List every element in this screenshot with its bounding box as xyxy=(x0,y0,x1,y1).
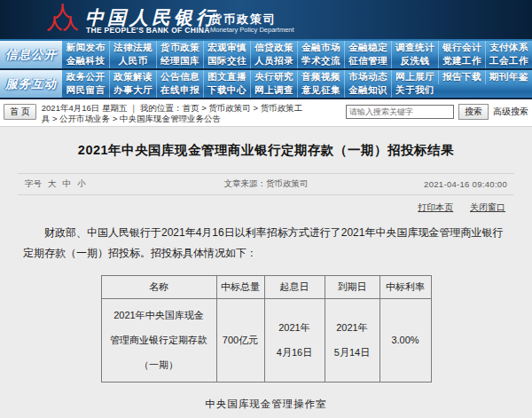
cell-amount: 700亿元 xyxy=(216,298,264,382)
nav-item[interactable]: 期刊年鉴 xyxy=(485,70,532,84)
nav-item[interactable]: 意见征集 xyxy=(297,84,344,99)
search-box: 搜索 高级搜索 xyxy=(346,102,528,120)
nav-item[interactable]: 信贷政策 xyxy=(250,41,297,55)
breadcrumb: 2021年4月16日 星期五 ｜ 我的位置：首页 > 货币政策司 > 货币政策工… xyxy=(42,102,308,124)
nav-item[interactable]: 金融市场 xyxy=(297,41,344,55)
col-header-end: 到期日 xyxy=(325,275,379,298)
advanced-search-link[interactable]: 高级搜索 xyxy=(493,106,528,118)
department-name-en: Monetary Policy Department xyxy=(210,26,294,34)
cell-name: 2021年中央国库现金 管理商业银行定期存款 （一期） xyxy=(101,298,216,382)
font-size-control: 字号 大 中 小 xyxy=(25,178,167,190)
nav-item[interactable]: 央行研究 xyxy=(250,70,297,84)
nav-item[interactable]: 图文直播 xyxy=(203,70,250,84)
article-datetime: 2021-04-16 09:40:00 xyxy=(365,179,507,189)
nav-row: 金融科技人民币经理国库国际交往人员招录学术交流征信管理反洗钱党建工作工会工作 xyxy=(62,55,532,69)
nav-item[interactable]: 办事大厅 xyxy=(109,84,156,99)
font-size-medium[interactable]: 中 xyxy=(63,178,72,190)
nav-item[interactable]: 在线申报 xyxy=(156,84,203,99)
nav-item[interactable]: 工会工作 xyxy=(485,55,532,69)
nav-row: 新闻发布法律法规货币政策宏观审慎信贷政策金融市场金融稳定调查统计银行会计支付体系 xyxy=(62,41,532,55)
article-body: 财政部、中国人民银行于2021年4月16日以利率招标方式进行了2021年中央国库… xyxy=(23,223,509,264)
nav-item[interactable]: 法律法规 xyxy=(109,41,156,55)
nav-item[interactable]: 征信管理 xyxy=(344,55,391,69)
article-content: 2021年中央国库现金管理商业银行定期存款（一期）招投标结果 字号 大 中 小 … xyxy=(0,127,532,418)
site-header: 人 人 人 中国人民银行 THE PEOPLE'S BANK OF CHINA … xyxy=(0,0,532,41)
nav-section-label[interactable]: 信息公开 xyxy=(0,41,62,68)
nav-item[interactable]: 金融科技 xyxy=(62,55,109,69)
nav-section: 信息公开新闻发布法律法规货币政策宏观审慎信贷政策金融市场金融稳定调查统计银行会计… xyxy=(0,41,532,70)
cell-end: 2021年 5月14日 xyxy=(325,298,379,382)
nav-rows: 政务公开政策解读公告信息图文直播央行研究音频视频市场动态网上展厅报告下载期刊年鉴… xyxy=(62,70,532,98)
pbc-emblem-icon: 人 人 人 xyxy=(46,4,80,37)
main-nav: 信息公开新闻发布法律法规货币政策宏观审慎信贷政策金融市场金融稳定调查统计银行会计… xyxy=(0,41,532,99)
nav-section-label[interactable]: 服务互动 xyxy=(0,70,62,98)
nav-item[interactable]: 经理国库 xyxy=(156,55,203,69)
nav-item[interactable]: 下载中心 xyxy=(203,84,250,99)
search-button[interactable]: 搜索 xyxy=(458,104,489,120)
nav-item[interactable]: 网上调查 xyxy=(250,84,297,99)
nav-item[interactable]: 金融知识 xyxy=(344,84,391,99)
nav-item[interactable]: 调查统计 xyxy=(391,41,438,55)
font-size-small[interactable]: 小 xyxy=(77,178,86,190)
nav-item[interactable]: 国际交往 xyxy=(203,55,250,69)
breadcrumb-bar: 首 页 2021年4月16日 星期五 ｜ 我的位置：首页 > 货币政策司 > 货… xyxy=(0,99,532,127)
table-header-row: 名称 中标总量 起息日 到期日 中标利率 xyxy=(101,275,431,298)
search-input[interactable] xyxy=(346,105,454,119)
cell-start: 2021年 4月16日 xyxy=(264,298,325,382)
nav-row: 网民留言办事大厅在线申报下载中心网上调查意见征集金融知识关于我们 xyxy=(62,84,532,99)
nav-item[interactable]: 宏观审慎 xyxy=(203,41,250,55)
nav-item[interactable]: 党建工作 xyxy=(438,55,485,69)
article-source: 文章来源：货币政策司 xyxy=(167,178,365,190)
cell-rate: 3.00% xyxy=(379,298,431,382)
col-header-rate: 中标利率 xyxy=(379,275,431,298)
nav-item[interactable]: 音频视频 xyxy=(297,70,344,84)
nav-item[interactable]: 公告信息 xyxy=(156,70,203,84)
home-button[interactable]: 首 页 xyxy=(4,104,36,120)
col-header-start: 起息日 xyxy=(264,275,325,298)
nav-item[interactable]: 市场动态 xyxy=(344,70,391,84)
nav-item[interactable]: 关于我们 xyxy=(391,84,438,99)
nav-item[interactable]: 学术交流 xyxy=(297,55,344,69)
nav-item[interactable]: 银行会计 xyxy=(438,41,485,55)
auction-result-table: 名称 中标总量 起息日 到期日 中标利率 2021年中央国库现金 管理商业银行定… xyxy=(101,275,432,383)
emblem-glyph: 人 xyxy=(47,16,62,31)
nav-item[interactable]: 货币政策 xyxy=(156,41,203,55)
nav-item[interactable]: 支付体系 xyxy=(485,41,532,55)
nav-item[interactable]: 人员招录 xyxy=(250,55,297,69)
emblem-glyph: 人 xyxy=(63,16,78,31)
nav-row: 政务公开政策解读公告信息图文直播央行研究音频视频市场动态网上展厅报告下载期刊年鉴 xyxy=(62,70,532,84)
nav-section: 服务互动政务公开政策解读公告信息图文直播央行研究音频视频市场动态网上展厅报告下载… xyxy=(0,70,532,99)
nav-item[interactable]: 人民币 xyxy=(109,55,156,69)
nav-item[interactable]: 反洗钱 xyxy=(391,55,438,69)
col-header-name: 名称 xyxy=(101,275,216,298)
pbc-webpage: 人 人 人 中国人民银行 THE PEOPLE'S BANK OF CHINA … xyxy=(0,0,532,418)
close-window-link[interactable]: 关闭窗口 xyxy=(470,202,505,212)
nav-item[interactable]: 政策解读 xyxy=(109,70,156,84)
print-page-link[interactable]: 打印本页 xyxy=(418,202,453,212)
nav-item[interactable]: 网民留言 xyxy=(62,84,109,99)
nav-item[interactable]: 金融稳定 xyxy=(344,41,391,55)
article-tools: 打印本页 关闭窗口 xyxy=(0,195,532,214)
signature-org: 中央国库现金管理操作室 xyxy=(0,398,532,411)
bank-name-en: THE PEOPLE'S BANK OF CHINA xyxy=(86,26,210,35)
article-meta: 字号 大 中 小 文章来源：货币政策司 2021-04-16 09:40:00 xyxy=(18,173,514,195)
font-size-large[interactable]: 大 xyxy=(48,178,57,190)
col-header-amount: 中标总量 xyxy=(216,275,264,298)
font-size-label: 字号 xyxy=(25,178,42,190)
nav-rows: 新闻发布法律法规货币政策宏观审慎信贷政策金融市场金融稳定调查统计银行会计支付体系… xyxy=(62,41,532,68)
page-title: 2021年中央国库现金管理商业银行定期存款（一期）招投标结果 xyxy=(27,142,505,159)
nav-item[interactable]: 网上展厅 xyxy=(391,70,438,84)
table-row: 2021年中央国库现金 管理商业银行定期存款 （一期） 700亿元 2021年 … xyxy=(101,298,431,382)
nav-item[interactable]: 政务公开 xyxy=(62,70,109,84)
nav-item[interactable]: 报告下载 xyxy=(438,70,485,84)
nav-item[interactable]: 新闻发布 xyxy=(62,41,109,55)
